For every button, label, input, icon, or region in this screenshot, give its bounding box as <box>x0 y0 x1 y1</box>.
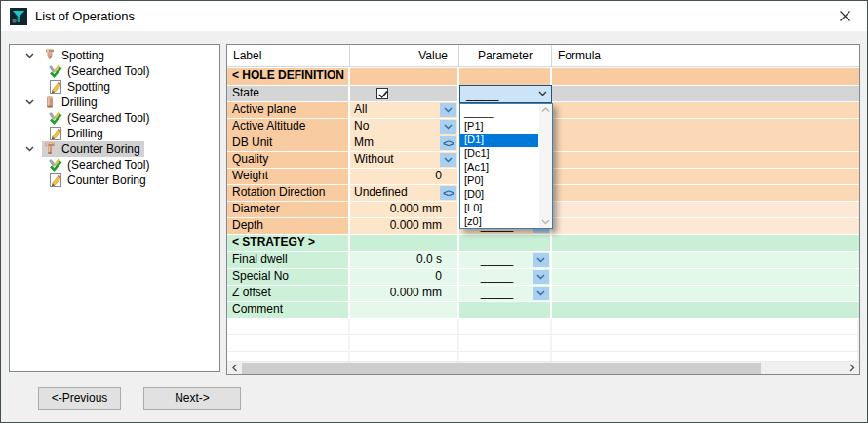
value-cell[interactable]: No <box>350 119 459 135</box>
dropdown-option-blank[interactable]: _____ <box>460 106 538 120</box>
value-text: 0.000 mm <box>350 202 457 216</box>
tree-item-spotting[interactable]: Spotting <box>10 48 219 63</box>
tree-expander-chevron-down-icon[interactable] <box>23 50 35 61</box>
value-cell[interactable]: 0.000 mm <box>350 218 459 235</box>
formula-cell[interactable] <box>552 119 859 135</box>
value-cell[interactable]: 0.000 mm <box>350 202 459 218</box>
close-button[interactable] <box>822 1 867 31</box>
parameter-cell[interactable] <box>459 302 552 319</box>
label-cell: Quality <box>227 152 350 169</box>
value-cell[interactable]: 0.000 mm <box>350 286 459 302</box>
formula-cell[interactable] <box>552 152 859 169</box>
value-cell[interactable]: Mm<> <box>350 135 459 152</box>
parameter-dropdown-button[interactable] <box>533 270 549 284</box>
value-cell[interactable] <box>350 86 459 102</box>
formula-cell[interactable] <box>552 169 859 185</box>
tree-entry: Drilling <box>48 126 107 141</box>
value-text: 0.0 s <box>350 252 457 267</box>
formula-cell[interactable] <box>552 218 859 235</box>
dropdown-option-z0[interactable]: [z0] <box>460 215 538 229</box>
formula-cell[interactable] <box>552 86 859 102</box>
parameter-cell[interactable]: _____ <box>459 286 552 302</box>
edit-operation-icon <box>48 79 63 95</box>
label-cell <box>227 335 350 352</box>
dropdown-option-l0[interactable]: [L0] <box>460 202 538 215</box>
dropdown-option-dc1[interactable]: [Dc1] <box>460 147 538 161</box>
tree-item-label: (Searched Tool) <box>67 64 150 79</box>
formula-cell[interactable] <box>552 252 859 269</box>
parameter-cell <box>459 335 552 352</box>
column-header-formula[interactable]: Formula <box>552 45 859 66</box>
label-cell: State <box>227 86 350 102</box>
formula-cell[interactable] <box>552 269 859 286</box>
table-row-empty <box>227 335 859 352</box>
parameter-combobox-open[interactable]: _____ <box>459 85 552 103</box>
column-header-label[interactable]: Label <box>227 45 350 66</box>
value-cell[interactable]: 0 <box>350 269 459 286</box>
formula-cell[interactable] <box>552 302 859 319</box>
table-row-strategy: < STRATEGY > <box>227 235 859 252</box>
parameter-cell <box>459 352 552 361</box>
edit-operation-icon <box>48 173 63 188</box>
spinner-arrows-icon: <> <box>443 138 454 148</box>
formula-cell[interactable] <box>552 185 859 202</box>
tree-item-searched-tool[interactable]: (Searched Tool) <box>10 110 219 126</box>
dropdown-option-d1[interactable]: [D1] <box>460 134 538 147</box>
tree-item-searched-tool[interactable]: (Searched Tool) <box>10 157 219 173</box>
value-cell[interactable]: Without <box>350 152 459 169</box>
column-header-parameter[interactable]: Parameter <box>459 45 552 66</box>
dropdown-option-p1[interactable]: [P1] <box>460 120 538 134</box>
parameter-dropdown-button[interactable] <box>533 253 549 267</box>
tree-item-spotting[interactable]: Spotting <box>10 79 219 95</box>
label-cell <box>227 319 350 335</box>
scroll-up-icon <box>541 107 550 113</box>
tree-item-drilling[interactable]: Drilling <box>10 95 219 110</box>
parameter-dropdown-button[interactable] <box>533 287 549 300</box>
value-text: 0 <box>350 169 457 183</box>
tree-item-label: Spotting <box>67 80 110 95</box>
value-cell[interactable]: 0 <box>350 169 459 185</box>
value-dropdown-button[interactable] <box>440 103 456 117</box>
scroll-left-button[interactable] <box>227 362 242 374</box>
value-dropdown-button[interactable] <box>440 153 456 167</box>
parameter-cell <box>459 235 552 252</box>
tree-expander-chevron-down-icon[interactable] <box>23 143 35 155</box>
value-text: 0.000 mm <box>350 218 457 233</box>
value-dropdown-button[interactable] <box>440 120 456 134</box>
column-header-value[interactable]: Value <box>350 45 459 66</box>
value-cell[interactable]: 0.0 s <box>350 252 459 269</box>
label-cell: Comment <box>227 302 350 319</box>
tree-item-counter-boring[interactable]: Counter Boring <box>10 141 219 157</box>
previous-button[interactable]: <-Previous <box>38 387 121 410</box>
value-spinner-button[interactable]: <> <box>440 136 456 150</box>
state-checkbox[interactable] <box>376 88 388 99</box>
dropdown-option-p0[interactable]: [P0] <box>460 174 538 188</box>
next-button[interactable]: Next-> <box>143 387 241 410</box>
formula-cell[interactable] <box>552 135 859 152</box>
dropdown-option-d0[interactable]: [D0] <box>460 188 538 202</box>
value-spinner-button[interactable]: <> <box>440 186 456 200</box>
value-cell[interactable]: All <box>350 102 459 119</box>
scrollbar-thumb[interactable] <box>242 363 761 374</box>
dropdown-option-ac1[interactable]: [Ac1] <box>460 161 538 174</box>
tree-item-drilling[interactable]: Drilling <box>10 126 219 141</box>
formula-cell[interactable] <box>552 102 859 119</box>
parameter-cell <box>459 68 552 86</box>
dropdown-scrollbar[interactable] <box>539 104 552 228</box>
tree-entry: Counter Boring <box>42 141 144 157</box>
scroll-right-button[interactable] <box>845 362 859 374</box>
table-row-z-offset: Z offset0.000 mm_____ <box>227 286 859 302</box>
tree-expander-chevron-down-icon[interactable] <box>23 96 35 108</box>
horizontal-scrollbar[interactable] <box>227 361 859 374</box>
parameter-cell[interactable]: _____ <box>459 269 552 286</box>
formula-cell[interactable] <box>552 286 859 302</box>
formula-cell[interactable] <box>552 202 859 218</box>
label-cell <box>227 352 350 361</box>
scroll-left-icon <box>232 364 238 372</box>
tree-item-searched-tool[interactable]: (Searched Tool) <box>10 63 219 79</box>
parameter-cell <box>459 319 552 335</box>
value-cell[interactable] <box>350 302 459 319</box>
value-cell[interactable]: Undefined<> <box>350 185 459 202</box>
tree-item-counter-boring[interactable]: Counter Boring <box>10 173 219 188</box>
parameter-cell[interactable]: _____ <box>459 252 552 269</box>
